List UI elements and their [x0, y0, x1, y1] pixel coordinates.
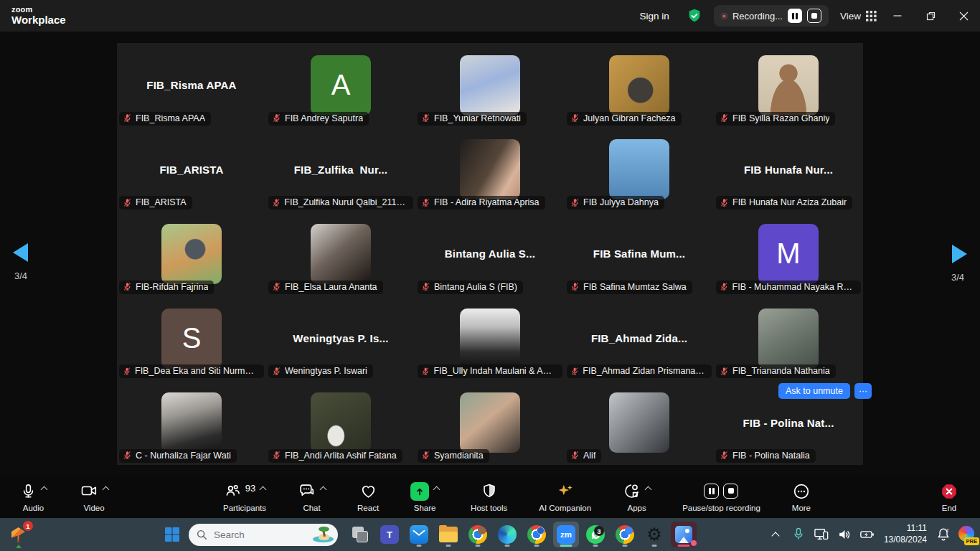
participant-tile[interactable]: FIB_Andi Arlita Ashif Fatana — [266, 380, 415, 465]
participant-name-pill: Julyan Gibran Facheza — [567, 112, 682, 126]
chrome-icon — [527, 525, 546, 544]
participant-tile[interactable]: FIB_Ahmad Zida...FIB_Ahmad Zidan Prisman… — [565, 296, 714, 381]
taskbar-icon-snip-overlay[interactable] — [347, 522, 373, 547]
next-page-arrow[interactable] — [952, 245, 967, 263]
photos-app-icon — [675, 526, 692, 543]
restore-button[interactable] — [914, 0, 947, 32]
tray-battery-icon[interactable] — [859, 526, 875, 543]
security-shield-icon[interactable] — [687, 8, 702, 24]
taskbar-icon-whatsapp[interactable]: 3 — [583, 522, 608, 547]
participant-tile[interactable]: Bintang Aulia S...Bintang Aulia S (FIB) — [415, 212, 565, 296]
participant-name-label: FIB Safina Mumtaz Salwa — [583, 282, 687, 292]
chevron-up-icon[interactable] — [645, 486, 652, 493]
participant-tile[interactable]: FIB_Triananda Nathania — [714, 296, 863, 381]
react-button[interactable]: React — [357, 482, 379, 512]
tray-show-hidden-icons[interactable] — [768, 526, 783, 543]
share-button[interactable]: Share — [410, 482, 439, 512]
host-tools-button[interactable]: Host tools — [471, 482, 507, 512]
participant-tile[interactable]: SFIB_Dea Eka and Siti Nurmasyi... — [117, 296, 266, 381]
taskbar-icon-chrome-profile-1[interactable] — [465, 522, 491, 547]
taskbar-icon-teams[interactable]: T — [377, 522, 402, 547]
pause-icon[interactable] — [704, 484, 719, 499]
search-input[interactable] — [212, 529, 308, 541]
tray-speaker-icon[interactable] — [837, 526, 852, 543]
participant-more-options-button[interactable]: ··· — [854, 383, 872, 399]
copilot-pre-badge: PRE — [964, 537, 979, 545]
participant-tile[interactable]: Syamdianita — [415, 380, 565, 465]
participant-tile[interactable]: FIB Safina Mum...FIB Safina Mumtaz Salwa — [565, 212, 714, 296]
participant-name-label: FIB_Dea Eka and Siti Nurmasyi... — [135, 366, 258, 376]
participant-letter-avatar: M — [758, 224, 819, 284]
participant-display-name: FIB_Zulfika Nur... — [294, 164, 388, 176]
audio-button[interactable]: Audio — [20, 482, 47, 512]
participant-tile[interactable]: MFIB - Muhammad Nayaka Rey... — [714, 212, 863, 296]
participant-tile[interactable]: AFIB Andrey Saputra — [266, 43, 415, 128]
apps-button[interactable]: Apps — [623, 482, 651, 512]
participant-tile[interactable]: Alif — [565, 380, 714, 465]
tray-microphone-icon[interactable] — [791, 526, 806, 543]
taskbar-icon-settings[interactable]: ⚙ — [641, 522, 667, 547]
taskbar-icon-zoom[interactable]: zm — [553, 522, 579, 547]
participant-tile[interactable]: FIB_ARISTAFIB_ARISTA — [117, 128, 266, 212]
stop-icon[interactable] — [723, 484, 738, 499]
participant-tile[interactable]: FIB Julyya Dahnya — [565, 128, 714, 212]
previous-page-arrow[interactable] — [13, 243, 28, 262]
chevron-up-icon[interactable] — [320, 486, 327, 493]
search-icon — [197, 529, 207, 540]
end-button[interactable]: End — [940, 482, 958, 512]
tray-display-cast-icon[interactable] — [814, 526, 829, 543]
tray-notification-bell-icon[interactable]: z — [936, 526, 951, 543]
more-button[interactable]: More — [792, 482, 811, 512]
participant-display-name: FIB Safina Mum... — [593, 248, 685, 260]
taskbar-icon-chrome-profile-3[interactable] — [612, 522, 638, 547]
taskbar-notification-icon[interactable]: 1 — [11, 524, 32, 545]
sign-in-button[interactable]: Sign in — [634, 8, 675, 24]
mic-muted-icon — [272, 451, 281, 460]
minimize-button[interactable] — [881, 0, 914, 32]
page-indicator-left: 3/4 — [14, 270, 27, 281]
participant-tile[interactable]: Weningtyas P. Is...Weningtyas P. Iswari — [266, 296, 415, 381]
chat-button[interactable]: Chat — [298, 482, 326, 512]
participant-tile[interactable]: FIB-Rifdah Fajrina — [117, 212, 266, 296]
taskbar-search-box[interactable] — [189, 524, 338, 546]
participant-tile[interactable]: FIB_Yuniar Retnowati — [415, 43, 565, 128]
apps-label: Apps — [628, 504, 646, 512]
participant-tile[interactable]: FIB_Ully Indah Maulani & Adel... — [415, 296, 565, 381]
participant-tile[interactable]: FIB Hunafa Nur...FIB Hunafa Nur Aziza Zu… — [714, 128, 863, 212]
stop-recording-button[interactable] — [807, 9, 821, 23]
pause-recording-button[interactable] — [788, 9, 802, 23]
chevron-up-icon[interactable] — [103, 486, 110, 493]
participant-tile[interactable]: FIB_Zulfika Nur...FIB_Zulfika Nurul Qalb… — [266, 128, 415, 212]
copilot-icon[interactable]: PRE — [958, 526, 976, 543]
taskbar-icon-photos[interactable] — [671, 522, 697, 547]
view-button[interactable]: View — [840, 11, 877, 22]
video-button[interactable]: Video — [80, 482, 108, 512]
share-screen-icon — [410, 482, 429, 501]
participant-tile[interactable]: FIB - Adira Riyatma Aprisa — [415, 128, 565, 212]
running-app-indicator — [560, 545, 573, 547]
taskbar-icon-mail[interactable] — [406, 522, 432, 547]
ai-companion-button[interactable]: AI Companion — [539, 482, 591, 512]
close-button[interactable] — [947, 0, 980, 32]
participant-name-pill: FIB - Polina Natalia — [716, 449, 816, 463]
avatar-letter: A — [331, 69, 351, 101]
chevron-up-icon[interactable] — [41, 486, 48, 493]
start-button[interactable] — [159, 522, 185, 547]
chevron-up-icon[interactable] — [433, 486, 440, 493]
taskbar-icon-edge[interactable] — [494, 522, 520, 547]
chevron-up-icon[interactable] — [260, 486, 267, 493]
mic-muted-icon — [720, 198, 729, 207]
participant-tile[interactable]: FIB_Elsa Laura Ananta — [266, 212, 415, 296]
mic-muted-icon — [421, 113, 430, 123]
ask-to-unmute-button[interactable]: Ask to unmute — [778, 383, 850, 399]
taskbar-icon-chrome-profile-2[interactable] — [524, 522, 550, 547]
taskbar-clock[interactable]: 11:11 13/08/2024 — [884, 523, 927, 545]
participant-tile[interactable]: Julyan Gibran Facheza — [565, 43, 714, 128]
taskbar-icon-file-explorer[interactable] — [435, 522, 461, 547]
pause-stop-recording-button[interactable]: Pause/stop recording — [682, 482, 760, 512]
participant-tile[interactable]: FIB Syilla Razan Ghaniy — [714, 43, 863, 128]
participant-tile[interactable]: C - Nurhaliza Fajar Wati — [117, 380, 266, 465]
participants-button[interactable]: 93Participants — [223, 482, 266, 512]
participant-tile[interactable]: FIB_Risma APAAFIB_Risma APAA — [117, 43, 266, 128]
participant-name-pill: FIB_ARISTA — [119, 196, 192, 209]
